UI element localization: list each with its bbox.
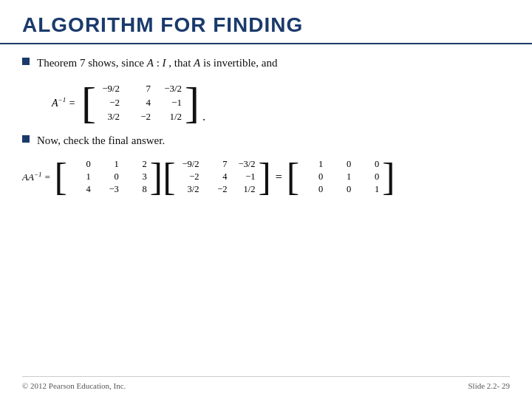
matrix-inverse-cells: −9/2 7 −3/2 −2 4 −1 3/2 −2 1/2 <box>96 81 185 124</box>
period-1: . <box>202 110 205 125</box>
bracket-left-1: [ <box>81 81 96 125</box>
content-area: Theorem 7 shows, since A : I , that A is… <box>0 44 532 204</box>
slide-title: ALGORITHM FOR FINDING <box>22 13 510 37</box>
bracket-right-I: ] <box>382 158 395 197</box>
matrix-I-wrap: [ 1 0 0 0 1 0 0 0 1 ] <box>287 157 395 197</box>
slide-header: ALGORITHM FOR FINDING <box>0 0 532 44</box>
cell-0-2: −3/2 <box>161 83 182 95</box>
bullet-2: Now, check the final answer. <box>22 132 510 149</box>
bracket-right-1: ] <box>185 81 200 125</box>
bracket-right-A: ] <box>150 158 163 197</box>
bracket-left-I: [ <box>287 158 299 197</box>
equals-sign: = <box>276 171 282 184</box>
matrix-A-wrap: [ 0 1 2 1 0 3 4 −3 8 ] <box>55 157 163 197</box>
footer-slide-number: Slide 2.2- 29 <box>468 381 510 390</box>
matrix-inverse-section: A−1 = [ −9/2 7 −3/2 −2 4 −1 3/2 −2 1/2 ]… <box>52 81 510 125</box>
cell-1-1: 4 <box>130 97 151 109</box>
cell-0-1: 7 <box>130 83 151 95</box>
matrix-inverse-label: A−1 = <box>52 96 75 109</box>
matrix-Ainv-cells: −9/2 7 −3/2 −2 4 −1 3/2 −2 1/2 <box>175 157 258 197</box>
bullet-square-1 <box>22 58 30 65</box>
cell-2-0: 3/2 <box>99 111 120 123</box>
slide-footer: © 2012 Pearson Education, Inc. Slide 2.2… <box>22 376 510 390</box>
bottom-matrices-section: AA−1 = [ 0 1 2 1 0 3 4 −3 8 ] <box>22 157 510 197</box>
bullet-square-2 <box>22 135 30 143</box>
matrix-A-cells: 0 1 2 1 0 3 4 −3 8 <box>67 157 150 197</box>
footer-copyright: © 2012 Pearson Education, Inc. <box>22 381 126 390</box>
bracket-right-Ainv: ] <box>258 158 270 197</box>
matrix-Ainv-wrap: [ −9/2 7 −3/2 −2 4 −1 3/2 −2 1/2 ] <box>163 157 271 197</box>
cell-2-2: 1/2 <box>161 111 182 123</box>
bullet-1: Theorem 7 shows, since A : I , that A is… <box>22 55 510 72</box>
matrix-inverse-bracket: [ −9/2 7 −3/2 −2 4 −1 3/2 −2 1/2 ] <box>81 81 200 125</box>
matrix-I-cells: 1 0 0 0 1 0 0 0 1 <box>299 157 382 197</box>
aa-inv-label: AA−1 = <box>22 171 51 183</box>
bullet-2-text: Now, check the final answer. <box>37 132 165 149</box>
cell-1-0: −2 <box>99 97 120 109</box>
cell-0-0: −9/2 <box>99 83 120 95</box>
cell-1-2: −1 <box>161 97 182 109</box>
bracket-left-Ainv: [ <box>163 158 175 197</box>
cell-2-1: −2 <box>130 111 151 123</box>
bracket-left-A: [ <box>55 158 67 197</box>
bullet-1-text: Theorem 7 shows, since A : I , that A is… <box>37 55 277 72</box>
slide-container: ALGORITHM FOR FINDING Theorem 7 shows, s… <box>0 0 532 399</box>
